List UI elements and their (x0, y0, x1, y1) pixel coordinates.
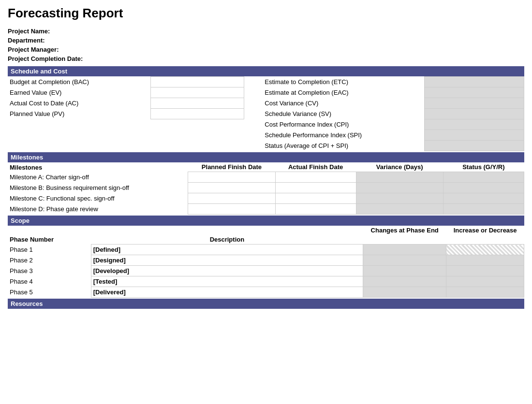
phase4-increase[interactable] (446, 276, 524, 287)
phase4-changes[interactable] (363, 276, 446, 287)
ev-label: Earned Value (EV) (8, 87, 151, 98)
milestones-header-row: Milestones Planned Finish Date Actual Fi… (8, 162, 524, 172)
col-planned-header: Planned Finish Date (188, 162, 275, 172)
col-desc-header: Description (91, 235, 363, 245)
phase3-increase[interactable] (446, 266, 524, 276)
sc-row-4: Planned Value (PV) Schedule Variance (SV… (8, 109, 524, 119)
scope-header-row-2: Phase Number Description (8, 235, 524, 245)
col-status-header: Status (G/Y/R) (443, 162, 524, 172)
phase5-changes[interactable] (363, 287, 446, 298)
milestone-a-variance[interactable] (356, 172, 443, 183)
cv-label: Cost Variance (CV) (263, 98, 424, 109)
scope-row-1: Phase 1 [Defined] (8, 245, 524, 255)
sc-row-2: Earned Value (EV) Estimate at Completion… (8, 87, 524, 98)
sc-row-6: Schedule Performance Index (SPI) (8, 130, 524, 141)
eac-input[interactable] (425, 87, 524, 98)
phase2-increase[interactable] (446, 255, 524, 266)
milestone-c-variance[interactable] (356, 193, 443, 204)
milestone-row-a: Milestone A: Charter sign-off (8, 172, 524, 183)
etc-label: Estimate to Completion (ETC) (263, 77, 424, 87)
milestone-a-planned[interactable] (188, 172, 275, 183)
status-input[interactable] (425, 141, 524, 151)
milestone-c-label: Milestone C: Functional spec. sign-off (8, 193, 188, 204)
sc-row-7: Status (Average of CPI + SPI) (8, 141, 524, 151)
phase4-label: Phase 4 (8, 276, 91, 287)
milestone-d-actual[interactable] (275, 204, 356, 215)
scope-row-3: Phase 3 [Developed] (8, 266, 524, 276)
sc-row-3: Actual Cost to Date (AC) Cost Variance (… (8, 98, 524, 109)
scope-header-row-1: Changes at Phase End Increase or Decreas… (8, 226, 524, 235)
col-variance-header: Variance (Days) (356, 162, 443, 172)
cpi-label: Cost Performance Index (CPI) (263, 119, 424, 130)
milestone-b-planned[interactable] (188, 183, 275, 193)
milestone-b-actual[interactable] (275, 183, 356, 193)
scope-header: Scope (8, 216, 524, 226)
sv-input[interactable] (425, 109, 524, 119)
milestone-b-variance[interactable] (356, 183, 443, 193)
page-title: Forecasting Report (8, 6, 524, 21)
project-manager-label: Project Manager: (8, 46, 59, 53)
resources-header: Resources (8, 299, 524, 309)
col-phase-header: Phase Number (8, 235, 91, 245)
phase5-increase[interactable] (446, 287, 524, 298)
cv-input[interactable] (425, 98, 524, 109)
milestone-c-actual[interactable] (275, 193, 356, 204)
pv-label: Planned Value (PV) (8, 109, 151, 119)
milestone-b-label: Milestone B: Business requirement sign-o… (8, 183, 188, 193)
pv-input[interactable] (151, 109, 244, 119)
phase3-changes[interactable] (363, 266, 446, 276)
bac-label: Budget at Completion (BAC) (8, 77, 151, 87)
phase1-label: Phase 1 (8, 245, 91, 255)
eac-label: Estimate at Completion (EAC) (263, 87, 424, 98)
phase3-desc[interactable]: [Developed] (91, 266, 363, 276)
col-changes-header: Changes at Phase End (363, 226, 446, 235)
project-name-label: Project Name: (8, 28, 50, 35)
phase5-label: Phase 5 (8, 287, 91, 298)
scope-row-2: Phase 2 [Designed] (8, 255, 524, 266)
phase1-increase[interactable] (446, 245, 524, 255)
phase3-label: Phase 3 (8, 266, 91, 276)
milestone-row-c: Milestone C: Functional spec. sign-off (8, 193, 524, 204)
phase5-desc[interactable]: [Delivered] (91, 287, 363, 298)
milestone-d-variance[interactable] (356, 204, 443, 215)
schedule-cost-header: Schedule and Cost (8, 66, 524, 76)
milestone-d-status[interactable] (443, 204, 524, 215)
phase2-changes[interactable] (363, 255, 446, 266)
milestone-a-label: Milestone A: Charter sign-off (8, 172, 188, 183)
sc-row-1: Budget at Completion (BAC) Estimate to C… (8, 77, 524, 87)
milestone-c-status[interactable] (443, 193, 524, 204)
milestones-header: Milestones (8, 152, 524, 162)
spi-input[interactable] (425, 130, 524, 141)
milestone-a-actual[interactable] (275, 172, 356, 183)
sv-label: Schedule Variance (SV) (263, 109, 424, 119)
phase1-changes[interactable] (363, 245, 446, 255)
milestone-a-status[interactable] (443, 172, 524, 183)
phase1-desc[interactable]: [Defined] (91, 245, 363, 255)
ac-input[interactable] (151, 98, 244, 109)
col-increase-header: Increase or Decrease (446, 226, 524, 235)
etc-input[interactable] (425, 77, 524, 87)
sc-row-5: Cost Performance Index (CPI) (8, 119, 524, 130)
milestone-d-label: Milestone D: Phase gate review (8, 204, 188, 215)
bac-input[interactable] (151, 77, 244, 87)
phase2-label: Phase 2 (8, 255, 91, 266)
col-actual-header: Actual Finish Date (275, 162, 356, 172)
milestone-row-d: Milestone D: Phase gate review (8, 204, 524, 215)
milestone-c-planned[interactable] (188, 193, 275, 204)
cpi-input[interactable] (425, 119, 524, 130)
status-label: Status (Average of CPI + SPI) (263, 141, 424, 151)
scope-row-4: Phase 4 [Tested] (8, 276, 524, 287)
milestone-row-b: Milestone B: Business requirement sign-o… (8, 183, 524, 193)
col-milestone-header: Milestones (8, 162, 188, 172)
milestone-d-planned[interactable] (188, 204, 275, 215)
department-label: Department: (8, 37, 45, 44)
phase2-desc[interactable]: [Designed] (91, 255, 363, 266)
milestone-b-status[interactable] (443, 183, 524, 193)
ev-input[interactable] (151, 87, 244, 98)
phase4-desc[interactable]: [Tested] (91, 276, 363, 287)
spi-label: Schedule Performance Index (SPI) (263, 130, 424, 141)
completion-date-label: Project Completion Date: (8, 55, 83, 62)
scope-row-5: Phase 5 [Delivered] (8, 287, 524, 298)
ac-label: Actual Cost to Date (AC) (8, 98, 151, 109)
